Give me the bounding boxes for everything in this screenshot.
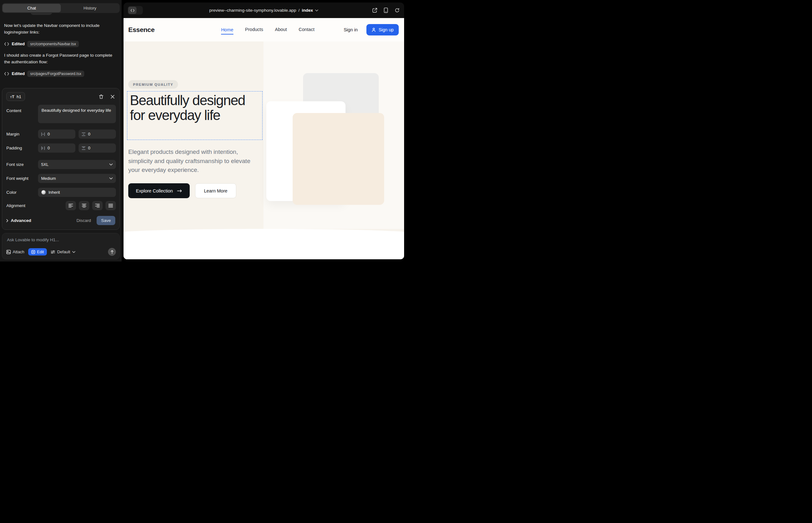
close-inspector-button[interactable] xyxy=(110,94,115,100)
chrome-actions xyxy=(371,7,400,14)
edit-label: Edit xyxy=(37,250,44,254)
chevron-down-icon xyxy=(109,163,113,166)
padding-y-input[interactable] xyxy=(88,146,113,150)
assistant-message: Now let's update the Navbar component to… xyxy=(4,22,118,36)
align-justify-button[interactable] xyxy=(105,201,116,210)
hero-paragraph: Elegant products designed with intention… xyxy=(128,147,259,175)
typography-icon: TT xyxy=(10,94,14,99)
align-center-icon xyxy=(82,203,86,208)
chat-sidebar: Chat History Now let's update the Navbar… xyxy=(0,0,122,262)
site-brand[interactable]: Essence xyxy=(128,26,155,34)
hero-bottom-background xyxy=(124,229,404,259)
site-navbar: Essence Home Products About Contact Sign… xyxy=(124,18,404,41)
edited-file-pill[interactable]: src/components/Navbar.tsx xyxy=(27,41,79,47)
color-row: Color Inherit xyxy=(6,188,116,197)
edit-select-icon xyxy=(31,250,35,254)
sign-up-label: Sign up xyxy=(379,27,394,32)
padding-vertical-icon xyxy=(82,146,86,150)
content-input[interactable]: Beautifully designed for everyday life xyxy=(41,107,112,121)
edited-file-pill[interactable]: src/pages/ForgotPassword.tsx xyxy=(27,71,84,77)
color-select[interactable]: Inherit xyxy=(38,188,116,197)
trash-icon xyxy=(99,94,104,99)
nav-link-home[interactable]: Home xyxy=(221,27,233,35)
explore-collection-button[interactable]: Explore Collection xyxy=(128,183,190,198)
font-size-select[interactable]: 5XL xyxy=(38,160,116,169)
hero-heading[interactable]: Beautifully designed for everyday life xyxy=(127,91,262,124)
refresh-icon xyxy=(394,8,399,13)
url-bar[interactable]: preview--charming-site-symphony.lovable.… xyxy=(124,2,404,18)
font-size-value: 5XL xyxy=(41,162,49,167)
attach-button[interactable]: Attach xyxy=(6,250,24,254)
tab-history[interactable]: History xyxy=(61,4,119,12)
site-viewport: Essence Home Products About Contact Sign… xyxy=(124,18,404,259)
browser-chrome: preview--charming-site-symphony.lovable.… xyxy=(124,2,404,18)
padding-label: Padding xyxy=(6,143,38,152)
padding-horizontal-icon xyxy=(41,146,45,150)
align-left-icon xyxy=(68,203,73,208)
advanced-label: Advanced xyxy=(11,218,31,223)
default-label: Default xyxy=(57,250,70,254)
color-swatch-icon xyxy=(41,190,46,195)
padding-y-field xyxy=(78,143,116,152)
sidebar-tabs: Chat History xyxy=(2,3,120,13)
padding-x-field xyxy=(38,143,75,152)
font-weight-label: Font weight xyxy=(6,174,38,183)
margin-y-field xyxy=(78,129,116,139)
open-in-new-tab-button[interactable] xyxy=(371,7,378,14)
sign-in-link[interactable]: Sign in xyxy=(343,27,357,32)
composer-toolbar: Attach Edit Default xyxy=(6,248,116,256)
align-center-button[interactable] xyxy=(79,201,89,210)
margin-x-input[interactable] xyxy=(48,132,72,137)
align-left-button[interactable] xyxy=(66,201,76,210)
sign-up-button[interactable]: Sign up xyxy=(366,24,399,35)
send-button[interactable] xyxy=(108,248,116,256)
premium-quality-badge: PREMIUM QUALITY xyxy=(128,80,178,89)
explore-label: Explore Collection xyxy=(136,188,173,194)
inspector-actions xyxy=(98,94,115,100)
code-view-toggle[interactable] xyxy=(128,6,143,15)
content-row: Content Beautifully designed for everyda… xyxy=(6,105,116,123)
app-root: Chat History Now let's update the Navbar… xyxy=(0,0,406,262)
learn-more-button[interactable]: Learn More xyxy=(195,183,236,198)
align-justify-icon xyxy=(108,203,113,208)
inspector-header: TT h1 xyxy=(6,92,115,101)
sliders-icon xyxy=(51,250,55,254)
url-host: preview--charming-site-symphony.lovable.… xyxy=(209,8,296,13)
margin-row: Margin xyxy=(6,129,116,139)
edited-file-row: Edited src/pages/ForgotPassword.tsx xyxy=(4,71,118,77)
arrow-up-icon xyxy=(110,250,114,254)
nav-link-products[interactable]: Products xyxy=(245,27,263,33)
decorative-card-beige xyxy=(293,113,384,205)
edit-mode-button[interactable]: Edit xyxy=(28,248,47,255)
refresh-button[interactable] xyxy=(394,7,400,14)
selected-heading-outline[interactable]: Beautifully designed for everyday life xyxy=(127,91,263,140)
tab-chat[interactable]: Chat xyxy=(2,4,61,12)
chat-message-list: Now let's update the Navbar component to… xyxy=(4,20,118,82)
discard-button[interactable]: Discard xyxy=(76,218,91,223)
advanced-toggle[interactable]: Advanced xyxy=(6,218,31,223)
padding-x-input[interactable] xyxy=(48,146,72,150)
margin-label: Margin xyxy=(6,129,38,139)
attach-label: Attach xyxy=(13,250,24,254)
hero-section: PREMIUM QUALITY Beautifully designed for… xyxy=(124,41,404,259)
nav-link-about[interactable]: About xyxy=(275,27,287,33)
font-weight-select[interactable]: Medium xyxy=(38,174,116,183)
nav-link-contact[interactable]: Contact xyxy=(299,27,315,33)
font-size-label: Font size xyxy=(6,160,38,169)
chevron-right-icon xyxy=(6,219,8,222)
font-weight-value: Medium xyxy=(41,176,56,181)
align-right-button[interactable] xyxy=(92,201,103,210)
save-button[interactable]: Save xyxy=(96,216,115,225)
chat-input[interactable] xyxy=(7,237,111,242)
margin-y-input[interactable] xyxy=(88,132,113,137)
image-attach-icon xyxy=(6,250,11,254)
site-nav-right: Sign in Sign up xyxy=(343,24,399,35)
font-size-row: Font size 5XL xyxy=(6,160,116,169)
edited-label: Edited xyxy=(12,71,25,76)
default-mode-button[interactable]: Default xyxy=(51,250,75,254)
device-preview-button[interactable] xyxy=(383,7,389,14)
delete-element-button[interactable] xyxy=(98,94,104,100)
selected-element-pill[interactable]: TT h1 xyxy=(6,92,25,101)
alignment-label: Alignment xyxy=(6,201,38,210)
code-icon xyxy=(128,7,137,14)
